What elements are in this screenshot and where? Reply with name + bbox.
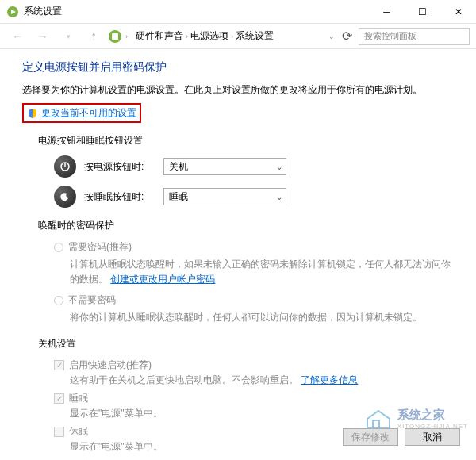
section-title: 唤醒时的密码保护: [22, 219, 454, 232]
svg-rect-5: [373, 420, 379, 428]
power-button-section: 电源按钮和睡眠按钮设置 按电源按钮时: 关机 ⌄ 按睡眠按钮时: 睡眠 ⌄: [22, 134, 454, 208]
power-options-icon: [6, 6, 19, 18]
page-title: 定义电源按钮并启用密码保护: [22, 60, 454, 75]
window-controls: ─ ☐ ✕: [369, 0, 476, 24]
chevron-down-icon: ⌄: [276, 193, 282, 201]
checkbox-fast-startup: 启用快速启动(推荐): [54, 358, 454, 372]
save-button[interactable]: 保存修改: [343, 428, 398, 446]
checkbox-icon: [54, 427, 64, 437]
checkbox-label: 休眠: [69, 425, 88, 439]
minimize-button[interactable]: ─: [369, 0, 405, 24]
power-button-label: 按电源按钮时:: [84, 160, 155, 174]
power-button-dropdown[interactable]: 关机 ⌄: [163, 158, 286, 175]
breadcrumb-chevron[interactable]: ⌄: [328, 33, 335, 40]
checkbox-label: 睡眠: [69, 392, 88, 405]
content: 定义电源按钮并启用密码保护 选择要为你的计算机设置的电源设置。在此页上对设置所做…: [0, 49, 476, 460]
breadcrumb-item[interactable]: 硬件和声音: [136, 29, 183, 43]
refresh-button[interactable]: ⟳: [338, 28, 355, 45]
create-password-link[interactable]: 创建或更改用户帐户密码: [110, 274, 215, 285]
titlebar: 系统设置 ─ ☐ ✕: [0, 0, 476, 24]
maximize-button[interactable]: ☐: [405, 0, 440, 24]
breadcrumb-sep: ›: [231, 33, 233, 40]
wake-protection-section: 唤醒时的密码保护 需要密码(推荐) 计算机从睡眠状态唤醒时，如果未输入正确的密码…: [22, 219, 454, 326]
radio-require-password: 需要密码(推荐): [54, 240, 454, 254]
cancel-button[interactable]: 取消: [405, 428, 460, 446]
navbar: ← → ▾ ↑ › 硬件和声音 › 电源选项 › 系统设置 ⌄ ⟳ 搜索控制面板: [0, 24, 476, 49]
checkbox-description: 这有助于在关机之后更快地启动电脑。不会影响重启。 了解更多信息: [54, 374, 454, 387]
breadcrumb-sep: ›: [186, 33, 188, 40]
watermark: 系统之家 XITONGZHIJIA.NET: [364, 408, 468, 430]
dropdown-value: 睡眠: [169, 190, 188, 204]
svg-rect-2: [112, 33, 118, 40]
checkbox-label: 启用快速启动(推荐): [69, 358, 152, 372]
close-button[interactable]: ✕: [440, 0, 476, 24]
dropdown-value: 关机: [169, 160, 188, 174]
radio-icon: [54, 296, 63, 305]
watermark-text: 系统之家: [397, 408, 468, 423]
control-panel-icon: [108, 29, 122, 44]
section-title: 关机设置: [22, 337, 454, 351]
sleep-icon: [54, 186, 76, 208]
shield-icon: [27, 108, 38, 119]
radio-label: 需要密码(推荐): [68, 240, 132, 254]
breadcrumb: 硬件和声音 › 电源选项 › 系统设置: [131, 29, 325, 43]
forward-button[interactable]: →: [32, 25, 54, 48]
checkbox-icon: [54, 360, 64, 370]
breadcrumb-item[interactable]: 电源选项: [190, 29, 228, 43]
checkbox-sleep: 睡眠: [54, 392, 454, 405]
breadcrumb-item[interactable]: 系统设置: [236, 29, 274, 43]
footer: 保存修改 取消: [343, 428, 460, 446]
sleep-button-dropdown[interactable]: 睡眠 ⌄: [163, 188, 286, 205]
highlighted-link-box: 更改当前不可用的设置: [22, 103, 141, 123]
sleep-button-label: 按睡眠按钮时:: [84, 190, 155, 204]
back-button[interactable]: ←: [6, 25, 29, 48]
search-input[interactable]: 搜索控制面板: [359, 28, 470, 45]
breadcrumb-sep: ›: [125, 33, 128, 40]
recent-chevron[interactable]: ▾: [57, 25, 79, 48]
change-unavailable-link[interactable]: 更改当前不可用的设置: [41, 106, 136, 120]
sleep-button-row: 按睡眠按钮时: 睡眠 ⌄: [22, 186, 454, 208]
radio-label: 不需要密码: [68, 293, 116, 307]
radio-no-password: 不需要密码: [54, 293, 454, 307]
option-description: 计算机从睡眠状态唤醒时，如果未输入正确的密码来解除计算机锁定，任何人都无法访问你…: [54, 257, 454, 287]
section-title: 电源按钮和睡眠按钮设置: [22, 134, 454, 148]
power-icon: [54, 155, 76, 178]
chevron-down-icon: ⌄: [276, 163, 282, 171]
checkbox-icon: [54, 393, 64, 404]
radio-icon: [54, 243, 63, 252]
page-description: 选择要为你的计算机设置的电源设置。在此页上对设置所做的更改将应用于你所有的电源计…: [22, 82, 454, 97]
watermark-logo-icon: [364, 408, 393, 430]
power-button-row: 按电源按钮时: 关机 ⌄: [22, 155, 454, 178]
up-button[interactable]: ↑: [83, 25, 105, 48]
option-description: 将你的计算机从睡眠状态唤醒时，任何人都可以访问你的数据，因为计算机未锁定。: [54, 310, 454, 325]
learn-more-link[interactable]: 了解更多信息: [301, 374, 358, 385]
window-title: 系统设置: [24, 5, 369, 18]
